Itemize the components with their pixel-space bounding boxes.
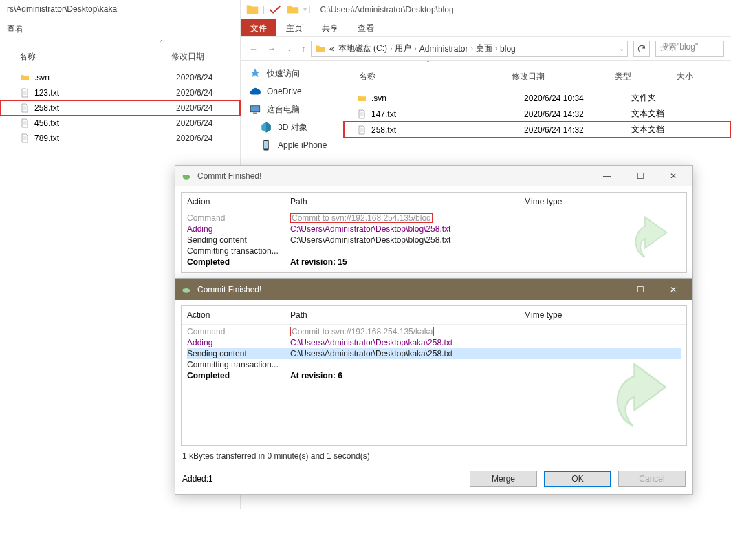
log-row-adding[interactable]: Adding C:\Users\Administrator\Desktop\bl… [187,224,681,235]
titlebar: | ▾ | C:\Users\Administrator\Desktop\blo… [241,0,731,19]
chevron-right-icon[interactable]: › [414,45,416,52]
sidebar-label: 3D 对象 [278,122,307,133]
file-item[interactable]: 456.txt2020/6/24 [0,116,240,131]
col-path[interactable]: Path [290,197,524,206]
file-icon [356,109,367,120]
log-row-completed[interactable]: Completed At revision: 15 [187,257,681,268]
file-date: 2020/6/24 [176,73,212,83]
log-row-command[interactable]: Command Commit to svn://192.168.254.135/… [187,213,681,224]
pc-icon [249,103,261,116]
check-icon[interactable] [268,2,283,17]
file-item[interactable]: 147.txt2020/6/24 14:32文本文档 [344,106,731,122]
refresh-icon[interactable] [633,41,650,57]
crumb-disk[interactable]: 本地磁盘 (C:) [337,43,389,54]
history-dropdown-icon[interactable]: ⌄ [283,45,296,52]
menu-bar: 查看 [0,18,240,41]
ok-button[interactable]: OK [544,471,611,487]
merge-button[interactable]: Merge [470,471,537,487]
minimize-button[interactable]: — [593,166,621,186]
chevron-right-icon[interactable]: › [390,45,392,52]
minimize-button[interactable]: — [593,280,621,299]
file-item[interactable]: 789.txt2020/6/24 [0,131,240,146]
dialog-footer: Added:1 Merge OK Cancel [175,464,692,494]
file-item[interactable]: .svn2020/6/24 10:34文件夹 [344,90,731,106]
file-type: 文本文档 [631,124,693,136]
file-type: 文本文档 [631,108,693,120]
col-size[interactable]: 大小 [677,71,711,83]
svg-point-5 [183,175,185,177]
commit-dialog-blog: Commit Finished! — ☐ ✕ Action Path Mime … [175,165,693,279]
tab-home[interactable]: 主页 [276,19,312,36]
sidebar-onedrive[interactable]: OneDrive [241,83,344,100]
tortoise-icon [181,284,192,295]
nav-bar: ← → ⌄ ↑ « 本地磁盘 (C:) › 用户 › Administrator… [241,37,731,61]
file-date: 2020/6/24 14:32 [524,125,627,135]
file-icon [19,103,30,114]
log-row-command[interactable]: Command Commit to svn://192.168.254.135/… [187,326,681,337]
chevron-right-icon[interactable]: › [495,45,497,52]
col-date[interactable]: 修改日期 [171,51,233,63]
file-date: 2020/6/24 14:32 [524,109,627,119]
log-rows: Command Commit to svn://192.168.254.135/… [182,211,686,269]
sidebar-quick-access[interactable]: 快速访问 [241,65,344,83]
svg-point-7 [183,289,185,291]
sidebar-this-pc[interactable]: 这台电脑 [241,100,344,118]
col-mime[interactable]: Mime type [524,310,607,320]
chevron-right-icon[interactable]: › [470,45,472,52]
tab-share[interactable]: 共享 [312,19,348,36]
file-name: 123.txt [34,88,172,98]
file-list: .svn2020/6/24123.txt2020/6/24258.txt2020… [0,67,240,146]
chevron-down-icon[interactable]: ⌄ [619,45,624,52]
col-date[interactable]: 修改日期 [512,71,615,83]
cancel-button: Cancel [618,471,686,487]
file-icon [19,87,30,98]
commit-dialog-kaka: Commit Finished! — ☐ ✕ Action Path Mime … [175,279,693,495]
col-name[interactable]: 名称 [7,51,171,63]
col-mime[interactable]: Mime type [524,197,607,206]
col-action[interactable]: Action [187,197,290,206]
tab-file[interactable]: 文件 [241,19,276,36]
file-icon [356,125,367,136]
tortoise-icon [181,171,192,182]
dialog-title: Commit Finished! [197,171,261,181]
col-type[interactable]: 类型 [615,71,677,83]
folder-small-icon[interactable] [285,2,301,17]
file-date: 2020/6/24 [176,88,212,98]
log-headers: Action Path Mime type [182,306,686,325]
titlebar[interactable]: Commit Finished! — ☐ ✕ [175,279,692,300]
file-icon [19,118,30,129]
maximize-button[interactable]: ☐ [626,166,654,186]
up-icon[interactable]: ↑ [301,44,305,54]
address-bar[interactable]: « 本地磁盘 (C:) › 用户 › Administrator › 桌面 › … [311,41,628,57]
column-headers: 名称 修改日期 类型 大小 [344,67,731,87]
file-item[interactable]: 258.txt2020/6/24 [0,100,240,116]
log-row-sending[interactable]: Sending content C:\Users\Administrator\D… [187,235,681,246]
back-icon[interactable]: ← [248,44,260,54]
col-name[interactable]: 名称 [347,71,512,83]
sidebar-label: OneDrive [267,87,302,96]
crumb-desktop[interactable]: 桌面 [474,43,494,54]
forward-icon[interactable]: → [265,44,278,54]
menu-view[interactable]: 查看 [7,23,23,35]
file-item[interactable]: .svn2020/6/24 [0,70,240,85]
col-action[interactable]: Action [187,310,290,320]
commit-url: Commit to svn://192.168.254.135/blog [290,213,433,223]
file-item[interactable]: 258.txt2020/6/24 14:32文本文档 [344,122,731,138]
sidebar-apple-iphone[interactable]: Apple iPhone [241,136,344,154]
folder-icon [356,93,367,104]
file-item[interactable]: 123.txt2020/6/24 [0,85,240,100]
tab-view[interactable]: 查看 [348,19,384,36]
col-path[interactable]: Path [290,310,524,320]
sidebar-3d-objects[interactable]: 3D 对象 [241,118,344,136]
search-box[interactable]: 搜索"blog" [655,41,724,57]
crumb-users[interactable]: 用户 [393,43,413,54]
maximize-button[interactable]: ☐ [626,280,654,299]
close-button[interactable]: ✕ [659,166,687,186]
crumb-folder[interactable]: blog [499,44,517,54]
log-row-adding[interactable]: Adding C:\Users\Administrator\Desktop\ka… [187,337,681,348]
log-row-committing[interactable]: Committing transaction... [187,246,681,257]
crumb-prefix[interactable]: « [328,44,336,54]
crumb-admin[interactable]: Administrator [418,44,470,54]
titlebar[interactable]: Commit Finished! — ☐ ✕ [175,166,692,186]
close-button[interactable]: ✕ [659,280,687,299]
